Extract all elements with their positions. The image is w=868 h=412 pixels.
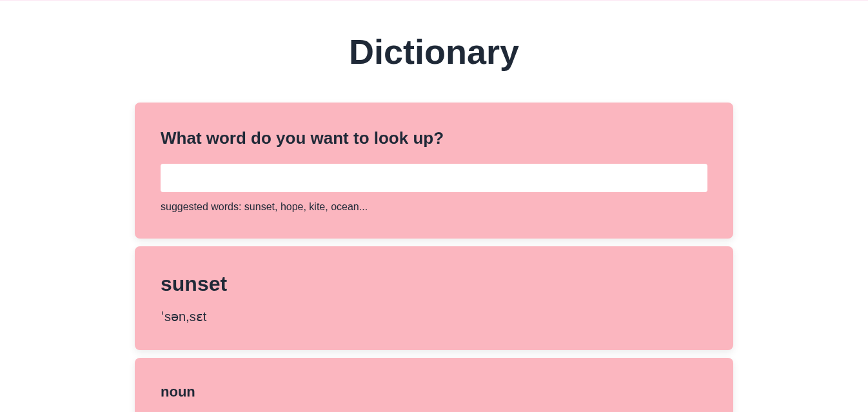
search-input[interactable] xyxy=(161,164,707,192)
part-of-speech: noun xyxy=(161,384,707,400)
lookup-card: What word do you want to look up? sugges… xyxy=(135,103,733,239)
suggested-words-text: suggested words: sunset, hope, kite, oce… xyxy=(161,201,707,213)
word-card: sunset ˈsən,sɛt xyxy=(135,246,733,350)
word-title: sunset xyxy=(161,272,707,296)
word-phonetic: ˈsən,sɛt xyxy=(161,309,707,324)
lookup-prompt: What word do you want to look up? xyxy=(161,128,707,148)
part-of-speech-card: noun xyxy=(135,358,733,412)
page-title: Dictionary xyxy=(135,32,733,72)
